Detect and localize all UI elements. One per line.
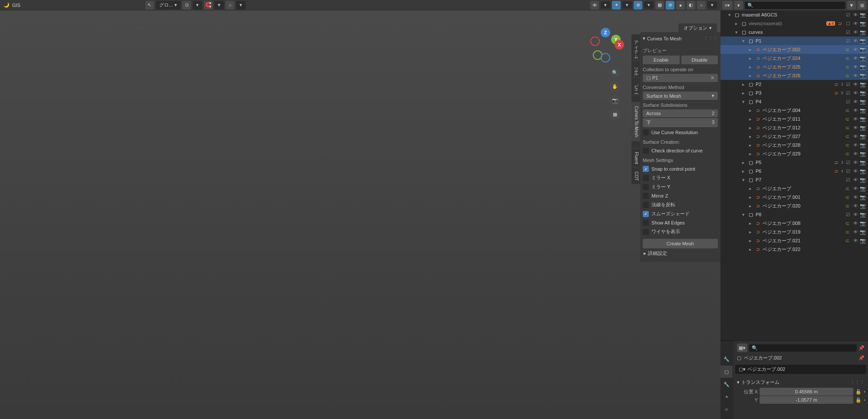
tree-item-bezier[interactable]: ▸ ⊃ ベジエカーブ ⊂ 👁📷 bbox=[720, 184, 868, 193]
check-direction-checkbox[interactable]: Check direction of curve bbox=[643, 146, 718, 155]
properties-type-icon[interactable]: ▦▾ bbox=[737, 343, 747, 352]
3d-viewport[interactable]: オプション▾ Z Y X 🔍 ✋ 📷 ▦ アイテム ツール bbox=[0, 10, 720, 419]
tree-item-p6[interactable]: ▸ ▢ P6 ⊃4 ☑👁📷 bbox=[720, 167, 868, 175]
tree-item-p2[interactable]: ▸ ▢ P2 ⊃2 ☑👁📷 bbox=[720, 80, 868, 89]
camera-icon[interactable]: 📷 bbox=[859, 37, 866, 44]
tree-item-bezier-027[interactable]: ▸ ⊃ ベジエカーブ.027 ⊂ 👁📷 bbox=[720, 132, 868, 141]
collection-input[interactable]: ▢P1 ✕ bbox=[643, 74, 718, 82]
side-tab-tool[interactable]: ツール bbox=[631, 61, 640, 77]
mirror-x-checkbox[interactable]: ミラー X bbox=[643, 173, 718, 182]
expand-icon[interactable]: ▸ bbox=[741, 90, 746, 96]
tree-item-bezier-025[interactable]: ▸ ⊃ ベジエカーブ.025 ⊂ 👁📷 bbox=[720, 63, 868, 71]
eye-icon[interactable]: 👁 bbox=[852, 11, 859, 18]
outliner-search[interactable]: 🔍 bbox=[745, 2, 845, 9]
collapse-icon[interactable]: ▾ bbox=[734, 30, 739, 35]
expand-icon[interactable]: ▸ bbox=[741, 82, 746, 87]
overlay-toggle-icon[interactable]: ⊕ bbox=[634, 1, 642, 10]
side-tab-item[interactable]: アイテム bbox=[631, 34, 640, 60]
properties-search[interactable]: 🔍 bbox=[749, 344, 857, 352]
checkbox-icon[interactable]: ☑ bbox=[845, 81, 852, 88]
section-menu-icon[interactable]: ⋮⋮⋮ bbox=[850, 379, 865, 385]
pivot-icon[interactable]: ⊙ bbox=[182, 1, 191, 10]
tree-item-curves[interactable]: ▾ ▢ curves ☑👁📷 bbox=[720, 28, 868, 36]
side-tab-adjust[interactable]: 調整 bbox=[631, 141, 640, 148]
tree-item-p1[interactable]: ▾ ▢ P1 ☑👁📷 bbox=[720, 36, 868, 45]
eye-icon[interactable]: 👁 bbox=[852, 55, 859, 62]
camera-icon[interactable]: 📷 bbox=[859, 11, 866, 18]
down-input[interactable]: 下3 bbox=[643, 118, 718, 127]
gizmo-toggle-icon[interactable]: ✦ bbox=[612, 1, 621, 10]
checkbox-icon[interactable]: ☑ bbox=[845, 89, 852, 96]
side-tab-edit[interactable]: 編集 bbox=[631, 95, 640, 102]
checkbox-icon[interactable]: ☑ bbox=[845, 37, 852, 44]
eye-icon[interactable]: 👁 bbox=[852, 81, 859, 88]
pivot-dropdown[interactable]: ▾ bbox=[193, 1, 202, 10]
camera-icon[interactable]: 📷 bbox=[859, 98, 866, 105]
create-mesh-button[interactable]: Create Mesh bbox=[643, 239, 718, 248]
tree-item-bezier-020[interactable]: ▸ ⊃ ベジエカーブ.020 ⊂ 👁📷 bbox=[720, 201, 868, 210]
show-edges-checkbox[interactable]: Show All Edges bbox=[643, 218, 718, 227]
camera-icon[interactable]: 📷 bbox=[859, 63, 866, 70]
outliner-type-icon[interactable]: ≡▾ bbox=[722, 1, 733, 10]
tree-item-views[interactable]: ▸ ▢ views(maserati) ▲4 ⊃ ☐👁📷 bbox=[720, 19, 868, 28]
tree-item-bezier-019[interactable]: ▸ ⊃ ベジエカーブ.019 ⊂ 👁📷 bbox=[720, 228, 868, 236]
use-curve-resolution-checkbox[interactable]: Use Curve Resolution bbox=[643, 128, 718, 137]
collapse-icon[interactable]: ▾ bbox=[741, 99, 746, 105]
show-wire-checkbox[interactable]: ワイヤを表示 bbox=[643, 227, 718, 236]
proportional-dropdown[interactable]: ▾ bbox=[236, 1, 246, 10]
prop-tab-modifier[interactable]: 🔧 bbox=[720, 378, 733, 390]
cursor-icon[interactable]: ↖ bbox=[145, 1, 154, 10]
pan-tool-icon[interactable]: ✋ bbox=[609, 81, 621, 92]
lock-icon[interactable]: 🔓 bbox=[855, 397, 862, 403]
pin-icon[interactable]: 📌 bbox=[858, 355, 865, 361]
camera-tool-icon[interactable]: 📷 bbox=[609, 95, 621, 106]
tree-item-bezier-022[interactable]: ▸ ⊃ ベジエカーブ.022 bbox=[720, 245, 868, 254]
overlay-dropdown[interactable]: ▾ bbox=[644, 1, 654, 9]
eye-icon[interactable]: 👁 bbox=[852, 63, 859, 70]
expand-icon[interactable]: ▸ bbox=[748, 64, 753, 70]
tree-item-p4[interactable]: ▾ ▢ P4 ☑👁📷 bbox=[720, 97, 868, 106]
visibility-dropdown[interactable]: ▾ bbox=[601, 1, 610, 9]
collapse-icon[interactable]: ▾ bbox=[727, 12, 732, 18]
side-tab-view[interactable]: ビュー bbox=[631, 78, 640, 95]
clear-collection-icon[interactable]: ✕ bbox=[710, 75, 714, 81]
side-tab-curves-to-mesh[interactable]: Curves To Mesh bbox=[631, 102, 640, 141]
tree-item-bezier-002[interactable]: ▸ ⊃ ベジエカーブ.002 ⊂ 👁📷 bbox=[720, 45, 868, 54]
expand-icon[interactable]: ▸ bbox=[748, 73, 753, 79]
axis-neg-z-icon[interactable] bbox=[601, 53, 610, 63]
position-y-input[interactable]: -1.0577 m bbox=[760, 396, 853, 404]
smooth-shade-checkbox[interactable]: スムーズシェード bbox=[643, 209, 718, 218]
tree-item-p3[interactable]: ▸ ▢ P3 ⊃5 ☑👁📷 bbox=[720, 89, 868, 97]
flip-normals-checkbox[interactable]: 法線を反転 bbox=[643, 200, 718, 209]
disable-button[interactable]: Disable bbox=[681, 56, 718, 64]
tree-item-bezier-029[interactable]: ▸ ⊃ ベジエカーブ.029 ⊂ 👁📷 bbox=[720, 149, 868, 158]
shading-rendered-icon[interactable]: ○ bbox=[697, 1, 706, 10]
prop-tab-object[interactable]: ▢ bbox=[720, 366, 733, 378]
checkbox-icon[interactable]: ☑ bbox=[845, 11, 852, 18]
mirror-y-checkbox[interactable]: ミラー Y bbox=[643, 182, 718, 191]
eye-icon[interactable]: 👁 bbox=[852, 20, 859, 27]
prop-tab-tool[interactable]: 🔧 bbox=[720, 353, 733, 365]
mirror-z-checkbox[interactable]: Mirror Z bbox=[643, 191, 718, 200]
zoom-tool-icon[interactable]: 🔍 bbox=[609, 67, 621, 78]
shading-solid-icon[interactable]: ● bbox=[676, 1, 685, 10]
detail-settings-expand[interactable]: ▸ 詳細設定 bbox=[643, 248, 718, 258]
eye-icon[interactable]: 👁 bbox=[852, 46, 859, 53]
camera-icon[interactable]: 📷 bbox=[859, 20, 866, 27]
tree-item-bezier-001[interactable]: ▸ ⊃ ベジエカーブ.001 ⊂ 👁📷 bbox=[720, 193, 868, 201]
new-collection-icon[interactable]: ⊞ bbox=[858, 1, 866, 10]
gis-label[interactable]: GIS bbox=[12, 3, 20, 8]
tree-item-bezier-012[interactable]: ▸ ⊃ ベジエカーブ.012 ⊂ 👁📷 bbox=[720, 123, 868, 132]
tree-item-bezier-024[interactable]: ▸ ⊃ ベジエカーブ.024 ⊂ 👁📷 bbox=[720, 54, 868, 63]
tree-item-bezier-004[interactable]: ▸ ⊃ ベジエカーブ.004 ⊂ 👁📷 bbox=[720, 106, 868, 115]
position-x-input[interactable]: 0.45586 m bbox=[760, 388, 853, 396]
across-input[interactable]: Across2 bbox=[643, 109, 718, 117]
side-tab-fluent[interactable]: Fluent bbox=[631, 148, 640, 168]
collapse-icon[interactable]: ▾ bbox=[741, 38, 746, 44]
eye-icon[interactable]: 👁 bbox=[852, 72, 859, 79]
proportional-icon[interactable]: ○ bbox=[226, 1, 234, 10]
filter-icon[interactable]: ▼ bbox=[847, 1, 856, 10]
camera-icon[interactable]: 📷 bbox=[859, 72, 866, 79]
expand-icon[interactable]: ▸ bbox=[748, 56, 753, 61]
tree-item-p8[interactable]: ▾ ▢ P8 ☑👁📷 bbox=[720, 210, 868, 219]
